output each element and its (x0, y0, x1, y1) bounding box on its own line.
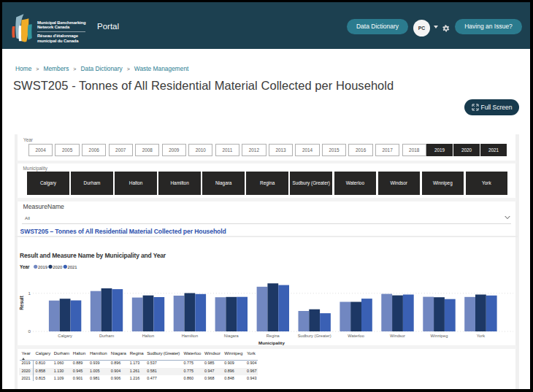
svg-text:Hamilton: Hamilton (182, 334, 198, 338)
svg-text:Municipality: Municipality (258, 340, 285, 345)
svg-text:Year: Year (20, 264, 30, 269)
svg-text:2021: 2021 (68, 265, 77, 269)
svg-text:Halton: Halton (142, 334, 154, 338)
svg-text:Result: Result (19, 295, 24, 310)
svg-text:2020: 2020 (53, 265, 63, 269)
svg-text:Waterloo: Waterloo (348, 334, 364, 338)
svg-text:Winnipeg: Winnipeg (431, 334, 448, 338)
svg-text:0: 0 (28, 328, 31, 334)
svg-text:York: York (477, 334, 485, 338)
svg-text:1: 1 (28, 291, 31, 296)
svg-text:Durham: Durham (99, 334, 114, 338)
svg-text:2019: 2019 (38, 265, 47, 269)
svg-text:Niagara: Niagara (224, 334, 239, 338)
svg-text:Sudbury (Greater): Sudbury (Greater) (298, 334, 331, 338)
svg-text:Result and Measure Name by Mun: Result and Measure Name by Municipality … (20, 252, 166, 259)
svg-text:Regina: Regina (266, 334, 280, 338)
svg-text:Windsor: Windsor (390, 334, 405, 338)
svg-text:Calgary: Calgary (58, 334, 72, 338)
